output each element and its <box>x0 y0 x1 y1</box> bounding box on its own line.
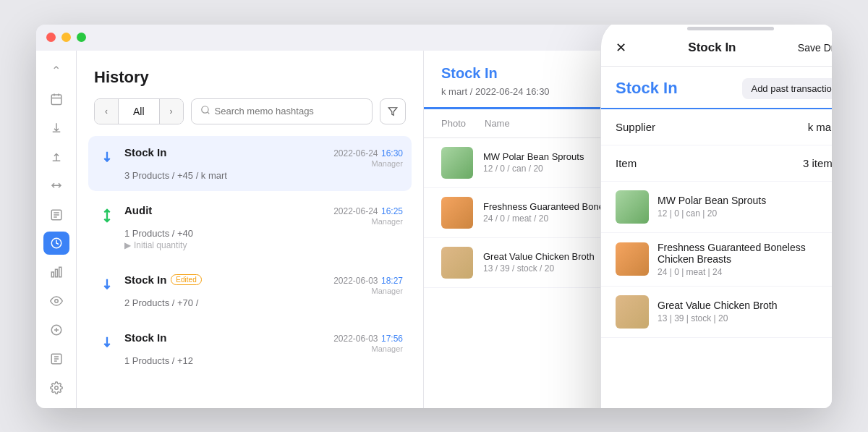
phone-item-image-bean-sprouts <box>616 190 649 224</box>
sidebar-icon-upload[interactable] <box>43 145 69 169</box>
phone-item: MW Polar Bean Sprouts 12 | 0 | can | 20 … <box>601 182 832 233</box>
supplier-row[interactable]: Supplier k mart › <box>601 109 832 145</box>
close-button[interactable]: ✕ <box>616 40 626 56</box>
phone-item-sub: 12 | 0 | can | 20 <box>658 208 823 219</box>
phone-stock-in-title: Stock In <box>616 79 678 98</box>
svg-point-22 <box>201 106 208 113</box>
phone-item-name: Freshness Guaranteed Boneless Chicken Br… <box>658 242 823 265</box>
edited-badge: Edited <box>171 274 201 285</box>
sidebar-icon-history[interactable] <box>43 232 69 255</box>
search-input[interactable] <box>215 106 363 117</box>
photo-col-header: Photo <box>441 118 485 129</box>
filter-tabs: ‹ All › <box>94 98 184 124</box>
svg-rect-12 <box>59 267 61 277</box>
history-item-sub: 1 Products / +12 <box>124 355 403 366</box>
svg-point-21 <box>54 386 58 389</box>
phone-item-name: MW Polar Bean Sprouts <box>658 195 823 206</box>
history-header: History ‹ All › <box>77 51 423 136</box>
phone-item: Freshness Guaranteed Boneless Chicken Br… <box>601 233 832 287</box>
sidebar-icon-document[interactable] <box>43 203 69 226</box>
close-button[interactable] <box>46 33 56 42</box>
history-item-note: ▶ Initial quantity <box>124 240 403 250</box>
stock-in-icon <box>97 333 117 353</box>
stock-in-icon <box>97 275 117 295</box>
save-draft-button[interactable]: Save Draft <box>798 42 832 54</box>
history-item[interactable]: Stock In 2022-06-24 16:30 Manager 3 Prod… <box>88 136 412 191</box>
history-item-content: Stock In 2022-06-03 17:56 Manager 1 Prod… <box>124 331 403 366</box>
history-item-name: Audit <box>124 204 152 216</box>
item-image-chicken-broth <box>441 247 473 279</box>
item-value: 3 items › <box>803 157 832 169</box>
sidebar-icon-eye[interactable] <box>43 289 69 313</box>
sidebar-icon-chevron[interactable]: ⌃ <box>43 59 69 82</box>
item-row[interactable]: Item 3 items › <box>601 145 832 182</box>
history-panel: History ‹ All › <box>77 51 424 408</box>
maximize-button[interactable] <box>77 33 86 42</box>
phone-stock-in-header: Stock In Add past transaction <box>601 67 832 109</box>
minimize-button[interactable] <box>61 33 71 42</box>
sidebar-icon-transfer[interactable] <box>43 174 69 198</box>
filter-button[interactable] <box>380 98 406 124</box>
search-bar <box>191 98 373 124</box>
history-item-sub: 1 Products / +40 <box>124 228 403 239</box>
phone-item: Great Value Chicken Broth 13 | 39 | stoc… <box>601 287 832 338</box>
search-icon <box>200 105 210 117</box>
history-item[interactable]: Stock In Edited 2022-06-03 18:27 Manager… <box>88 263 412 318</box>
history-item-content: Stock In 2022-06-24 16:30 Manager 3 Prod… <box>124 146 403 181</box>
svg-line-23 <box>207 112 209 114</box>
stock-in-icon <box>97 148 117 168</box>
audit-icon <box>97 206 117 226</box>
item-image-chicken-breast <box>441 197 473 229</box>
svg-point-13 <box>54 300 58 303</box>
phone-item-sub: 13 | 39 | stock | 20 <box>658 313 823 323</box>
history-title: History <box>94 68 406 87</box>
filter-all-label: All <box>118 99 160 124</box>
history-item-name: Stock In Edited <box>124 274 202 286</box>
history-item-name: Stock In <box>124 331 166 344</box>
history-item-sub: 2 Products / +70 / <box>124 297 403 308</box>
history-item-content: Audit 2022-06-24 16:25 Manager 1 Product… <box>124 204 403 250</box>
history-item-name: Stock In <box>124 146 166 158</box>
phone-notch <box>601 25 832 40</box>
phone-item-name: Great Value Chicken Broth <box>658 300 823 311</box>
phone-overlay: ✕ Stock In Save Draft Stock In Add past … <box>600 25 832 408</box>
phone-notch-bar <box>687 27 774 30</box>
history-list: Stock In 2022-06-24 16:30 Manager 3 Prod… <box>77 136 423 408</box>
phone-item-info: Freshness Guaranteed Boneless Chicken Br… <box>658 242 823 277</box>
supplier-label: Supplier <box>616 121 655 133</box>
phone-body: Stock In Add past transaction Supplier k… <box>601 67 832 408</box>
phone-item-info: Great Value Chicken Broth 13 | 39 | stoc… <box>658 300 823 323</box>
phone-item-image-chicken-breast <box>616 242 649 276</box>
history-item[interactable]: Audit 2022-06-24 16:25 Manager 1 Product… <box>88 194 412 261</box>
sidebar-icon-plus[interactable] <box>43 318 69 342</box>
phone-item-sub: 24 | 0 | meat | 24 <box>658 267 823 277</box>
sidebar-icon-settings[interactable] <box>43 376 69 399</box>
phone-items-list: MW Polar Bean Sprouts 12 | 0 | can | 20 … <box>601 182 832 408</box>
mac-window: ⌃ <box>36 25 832 408</box>
svg-rect-10 <box>51 272 54 277</box>
svg-rect-11 <box>55 269 57 277</box>
item-image-bean-sprouts <box>441 147 473 179</box>
sidebar-icon-calendar[interactable] <box>43 88 69 111</box>
supplier-value: k mart › <box>808 121 832 133</box>
history-item-meta: 2022-06-24 16:25 Manager <box>333 204 403 226</box>
history-item-meta: 2022-06-24 16:30 Manager <box>333 146 403 168</box>
svg-rect-0 <box>51 95 61 105</box>
filter-prev[interactable]: ‹ <box>95 98 118 124</box>
sidebar-icon-chart[interactable] <box>43 261 69 284</box>
filter-next[interactable]: › <box>160 98 183 124</box>
history-item-sub: 3 Products / +45 / k mart <box>124 170 403 181</box>
history-item-content: Stock In Edited 2022-06-03 18:27 Manager… <box>124 274 403 308</box>
item-label: Item <box>616 157 637 169</box>
add-past-transaction-button[interactable]: Add past transaction <box>742 78 832 99</box>
sidebar-icon-download[interactable] <box>43 117 69 140</box>
phone-header: ✕ Stock In Save Draft <box>601 40 832 67</box>
phone-item-image-chicken-broth <box>616 295 649 329</box>
history-item-meta: 2022-06-03 18:27 Manager <box>333 274 403 295</box>
svg-marker-24 <box>388 107 397 115</box>
phone-title: Stock In <box>688 41 736 55</box>
history-item-meta: 2022-06-03 17:56 Manager <box>333 331 403 353</box>
history-filters: ‹ All › <box>94 98 406 124</box>
sidebar-icon-list[interactable] <box>43 347 69 370</box>
history-item[interactable]: Stock In 2022-06-03 17:56 Manager 1 Prod… <box>88 321 412 376</box>
